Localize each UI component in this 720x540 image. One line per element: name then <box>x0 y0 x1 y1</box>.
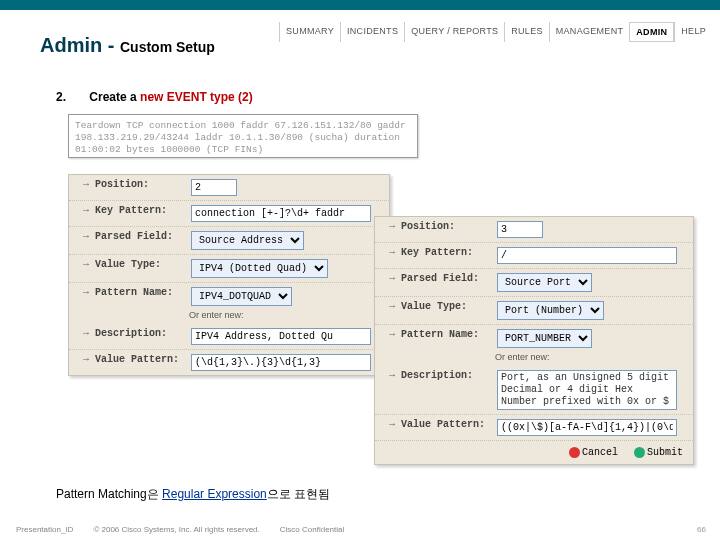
label-pattern-name: Pattern Name: <box>95 287 191 298</box>
cancel-button[interactable]: Cancel <box>569 447 618 458</box>
label-pattern-name-b: Pattern Name: <box>401 329 497 340</box>
copyright: © 2006 Cisco Systems, Inc. All rights re… <box>93 525 259 534</box>
main-nav: SUMMARY INCIDENTS QUERY / REPORTS RULES … <box>279 22 712 42</box>
label-position: Position: <box>95 179 191 190</box>
label-key-pattern: Key Pattern: <box>95 205 191 216</box>
footer: Presentation_ID © 2006 Cisco Systems, In… <box>16 525 706 534</box>
log-sample-box: Teardown TCP connection 1000 faddr 67.12… <box>68 114 418 158</box>
presentation-id: Presentation_ID <box>16 525 73 534</box>
label-description-b: Description: <box>401 370 497 381</box>
position-input-b[interactable] <box>497 221 543 238</box>
title-sub: Custom Setup <box>120 39 215 55</box>
submit-icon <box>634 447 645 458</box>
pattern-matching-note: Pattern Matching은 Regular Expression으로 표… <box>56 486 330 503</box>
value-pattern-input[interactable] <box>191 354 371 371</box>
value-pattern-input-b[interactable] <box>497 419 677 436</box>
key-pattern-input-b[interactable] <box>497 247 677 264</box>
parsed-field-select-b[interactable]: Source Port <box>497 273 592 292</box>
label-value-type: Value Type: <box>95 259 191 270</box>
nav-help[interactable]: HELP <box>674 22 712 42</box>
submit-label: Submit <box>647 447 683 458</box>
step-highlight: new EVENT type (2) <box>140 90 253 104</box>
label-parsed-field: Parsed Field: <box>95 231 191 242</box>
regex-link[interactable]: Regular Expression <box>162 487 267 501</box>
page-number: 66 <box>697 525 706 534</box>
page-title: Admin - Custom Setup <box>40 34 215 57</box>
step-heading: 2. Create a new EVENT type (2) <box>56 90 253 104</box>
label-parsed-field-b: Parsed Field: <box>401 273 497 284</box>
label-position-b: Position: <box>401 221 497 232</box>
step-prefix: Create a <box>89 90 140 104</box>
nav-incidents[interactable]: INCIDENTS <box>340 22 404 42</box>
top-accent-bar <box>0 0 720 10</box>
description-box-b[interactable]: Port, as an Unsigned 5 digit Decimal or … <box>497 370 677 410</box>
description-input[interactable] <box>191 328 371 345</box>
label-value-pattern-b: Value Pattern: <box>401 419 497 430</box>
label-description: Description: <box>95 328 191 339</box>
pattern-name-select[interactable]: IPV4_DOTQUAD <box>191 287 292 306</box>
desc-line-3: Number prefixed with 0x or $ <box>501 396 669 407</box>
pattern-name-select-b[interactable]: PORT_NUMBER <box>497 329 592 348</box>
confidential: Cisco Confidential <box>280 525 344 534</box>
nav-rules[interactable]: RULES <box>504 22 549 42</box>
parsed-field-select[interactable]: Source Address <box>191 231 304 250</box>
key-pattern-input[interactable] <box>191 205 371 222</box>
event-panel-2: →Position: →Key Pattern: →Parsed Field:S… <box>374 216 694 465</box>
label-value-pattern: Value Pattern: <box>95 354 191 365</box>
label-key-pattern-b: Key Pattern: <box>401 247 497 258</box>
cancel-icon <box>569 447 580 458</box>
or-enter-new-b: Or enter new: <box>495 352 693 366</box>
cancel-label: Cancel <box>582 447 618 458</box>
step-number: 2. <box>56 90 86 104</box>
event-panel-1: →Position: →Key Pattern: →Parsed Field:S… <box>68 174 390 376</box>
or-enter-new: Or enter new: <box>189 310 389 324</box>
nav-admin[interactable]: ADMIN <box>629 22 674 42</box>
nav-query-reports[interactable]: QUERY / REPORTS <box>404 22 504 42</box>
value-type-select[interactable]: IPV4 (Dotted Quad) <box>191 259 328 278</box>
nav-management[interactable]: MANAGEMENT <box>549 22 630 42</box>
desc-line-1: Port, as an Unsigned 5 digit <box>501 372 669 383</box>
value-type-select-b[interactable]: Port (Number) <box>497 301 604 320</box>
label-value-type-b: Value Type: <box>401 301 497 312</box>
submit-button[interactable]: Submit <box>634 447 683 458</box>
note-suffix: 으로 표현됨 <box>267 487 330 501</box>
nav-summary[interactable]: SUMMARY <box>279 22 340 42</box>
note-prefix: Pattern Matching은 <box>56 487 162 501</box>
position-input[interactable] <box>191 179 237 196</box>
desc-line-2: Decimal or 4 digit Hex <box>501 384 633 395</box>
title-main: Admin - <box>40 34 120 56</box>
